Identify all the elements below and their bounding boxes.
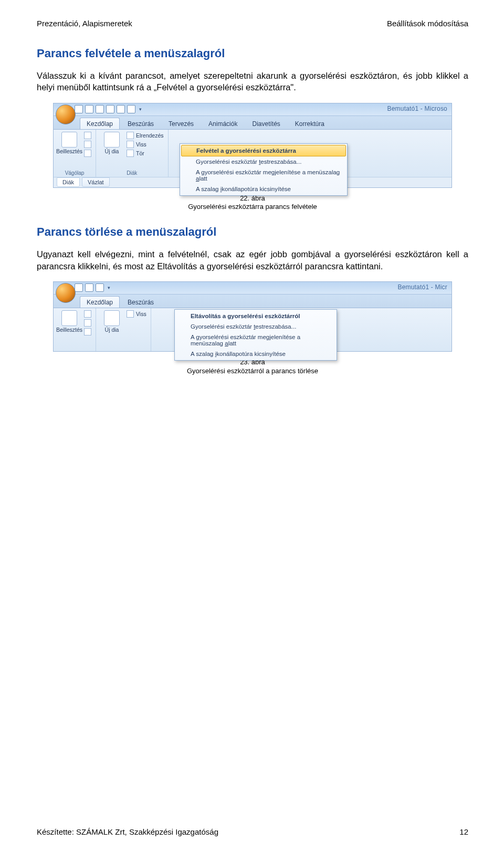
reset-button[interactable]: Viss [127, 141, 164, 148]
paste-button[interactable]: Beillesztés [58, 132, 81, 157]
group-slides-2: Új dia Viss [96, 308, 151, 351]
section2-paragraph: Ugyanazt kell elvégezni, mint a felvétel… [37, 248, 468, 272]
delete-button[interactable]: Tör [127, 150, 164, 157]
delete-label: Tör [136, 150, 144, 156]
caption-2: 23. ábra Gyorselérési eszköztárról a par… [37, 358, 468, 376]
caption2-text: Gyorselérési eszköztárról a parancs törl… [187, 367, 318, 375]
cm-customize-qat[interactable]: Gyorselérési eszköztár testreszabása... [176, 321, 335, 332]
page-footer: Készítette: SZÁMALK Zrt, Szakképzési Iga… [37, 827, 468, 836]
qat-dropdown-icon[interactable]: ▾ [138, 106, 143, 113]
group-clipboard-2: Beillesztés [54, 308, 96, 351]
new-slide-label: Új dia [105, 327, 119, 333]
new-slide-button[interactable]: Új dia [100, 310, 123, 333]
header-right: Beállítások módosítása [387, 19, 468, 28]
footer-left: Készítette: SZÁMALK Zrt, Szakképzési Iga… [37, 827, 218, 836]
ribbon-tabs: Kezdőlap Beszúrás Tervezés Animációk Dia… [54, 116, 452, 130]
new-slide-button[interactable]: Új dia [100, 132, 123, 157]
qat-redo-icon[interactable] [96, 105, 104, 113]
qat-undo-icon[interactable] [85, 283, 93, 292]
page-header: Prezentáció, Alapismeretek Beállítások m… [37, 19, 468, 28]
copy-icon[interactable] [84, 319, 91, 327]
footer-page: 12 [459, 827, 468, 836]
cm-add-to-qat[interactable]: Felvétel a gyorselérési eszköztárra [181, 145, 346, 156]
format-painter-icon[interactable] [84, 150, 91, 157]
new-slide-icon [104, 310, 120, 326]
tab-review[interactable]: Korrektúra [288, 118, 331, 129]
context-menu-2: Eltávolítás a gyorselérési eszköztárról … [174, 309, 337, 361]
cm-minimize-ribbon[interactable]: A szalag ikonállapotúra kicsinyítése [176, 349, 335, 359]
delete-icon [127, 150, 134, 157]
cm-show-below-ribbon[interactable]: A gyorselérési eszköztár megjelenítése a… [181, 167, 346, 184]
reset-icon [127, 310, 134, 318]
reset-icon [127, 141, 134, 148]
qat-dropdown-icon[interactable]: ▾ [106, 284, 111, 291]
paste-button[interactable]: Beillesztés [58, 310, 81, 335]
office-button-icon[interactable] [56, 283, 76, 303]
layout-icon [127, 132, 134, 139]
paste-label: Beillesztés [56, 149, 82, 154]
caption-1: 22. ábra Gyorselérési eszköztárra paranc… [37, 194, 468, 212]
ribbon-body: Beillesztés Vágólap Új dia Elrendezés Vi… [54, 130, 452, 177]
ribbon-tabs-2: Kezdőlap Beszúrás [54, 294, 452, 308]
qat-redo-icon[interactable] [96, 283, 104, 292]
tab-insert[interactable]: Beszúrás [121, 296, 161, 308]
section2-title: Parancs törlése a menüszalagról [37, 225, 468, 239]
qat-undo-icon[interactable] [85, 105, 93, 113]
layout-button[interactable]: Elrendezés [127, 132, 164, 139]
copy-icon[interactable] [84, 141, 91, 148]
cm-minimize-ribbon[interactable]: A szalag ikonállapotúra kicsinyítése [181, 184, 346, 194]
paste-label: Beillesztés [56, 327, 82, 333]
qat-save-icon[interactable] [75, 105, 83, 113]
titlebar-2: ▾ Bemutató1 - Micr [54, 282, 452, 294]
section1-title: Parancs felvétele a menüszalagról [37, 47, 468, 60]
screenshot-ribbon-2: ▾ Bemutató1 - Micr Kezdőlap Beszúrás Bei… [53, 281, 452, 352]
group-clipboard: Beillesztés Vágólap [54, 130, 96, 177]
paste-icon [61, 310, 77, 326]
clipboard-mini [84, 132, 91, 157]
section1-paragraph: Válasszuk ki a kívánt parancsot, amelyet… [37, 70, 468, 93]
slides-group-label: Diák [100, 169, 164, 176]
qat-save-icon[interactable] [75, 283, 83, 292]
screenshot-ribbon-1: ▾ Bemutató1 - Microso Kezdőlap Beszúrás … [53, 103, 452, 188]
paste-icon [61, 132, 77, 148]
tab-insert[interactable]: Beszúrás [121, 118, 161, 129]
qat-spelling-icon[interactable] [127, 105, 135, 113]
titlebar: ▾ Bemutató1 - Microso [54, 103, 452, 116]
tab-slideshow[interactable]: Diavetítés [245, 118, 287, 129]
qat-print-icon[interactable] [106, 105, 114, 113]
office-button-icon[interactable] [56, 104, 76, 124]
slides-group-label [100, 343, 146, 350]
reset-button[interactable]: Viss [127, 310, 146, 318]
new-slide-label: Új dia [105, 149, 119, 154]
tab-home[interactable]: Kezdőlap [80, 118, 120, 129]
caption1-text: Gyorselérési eszköztárra parancs felvéte… [188, 203, 317, 211]
cut-icon[interactable] [84, 310, 91, 318]
window-title: Bemutató1 - Microso [387, 105, 447, 112]
qat-preview-icon[interactable] [117, 105, 125, 113]
new-slide-icon [104, 132, 120, 148]
tab-design[interactable]: Tervezés [162, 118, 201, 129]
reset-label: Viss [136, 141, 146, 148]
context-menu-1: Felvétel a gyorselérési eszköztárra Gyor… [180, 143, 348, 196]
outline-tab-slides[interactable]: Diák [57, 177, 80, 187]
reset-label: Viss [136, 311, 146, 317]
tab-home[interactable]: Kezdőlap [80, 296, 120, 308]
cut-icon[interactable] [84, 132, 91, 139]
clipboard-group-label: Vágólap [58, 169, 91, 176]
layout-label: Elrendezés [136, 132, 164, 139]
clipboard-group-label [58, 343, 91, 350]
header-left: Prezentáció, Alapismeretek [37, 19, 132, 28]
outline-tab-outline[interactable]: Vázlat [82, 177, 110, 187]
tab-animations[interactable]: Animációk [202, 118, 244, 129]
cm-customize-qat[interactable]: Gyorselérési eszköztár testreszabása... [181, 156, 346, 167]
group-slides: Új dia Elrendezés Viss Tör Diák [96, 130, 169, 177]
cm-show-below-ribbon[interactable]: A gyorselérési eszköztár megjelenítése a… [176, 332, 335, 349]
window-title-2: Bemutató1 - Micr [397, 283, 447, 291]
format-painter-icon[interactable] [84, 328, 91, 335]
cm-remove-from-qat[interactable]: Eltávolítás a gyorselérési eszköztárról [176, 311, 335, 321]
ribbon-body-2: Beillesztés Új dia Viss [54, 308, 452, 351]
